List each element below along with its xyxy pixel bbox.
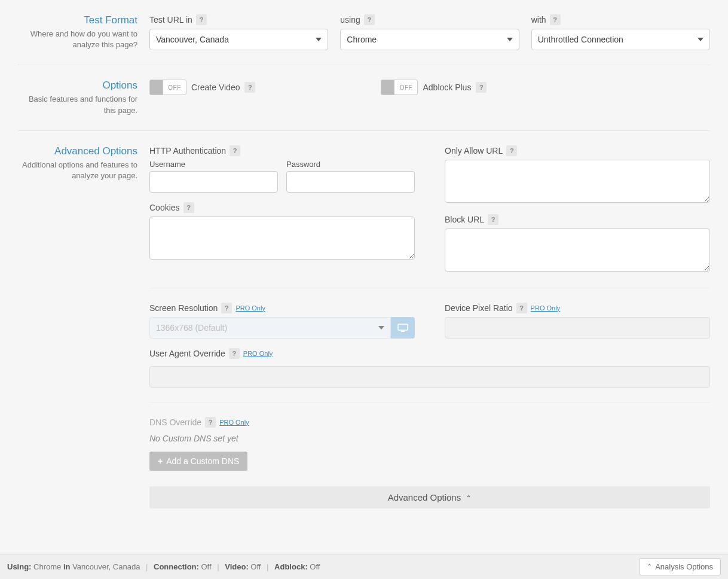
footer-connection-value: Off xyxy=(201,562,211,571)
section-options: Options Basic features and functions for… xyxy=(18,65,710,130)
test-url-in-label-text: Test URL in xyxy=(149,15,192,25)
separator: | xyxy=(146,562,148,571)
device-pixel-ratio-label: Device Pixel Ratio ? PRO Only xyxy=(445,303,710,313)
help-icon[interactable]: ? xyxy=(221,303,232,313)
section-label-options: Options Basic features and functions for… xyxy=(18,80,149,115)
plus-icon: + xyxy=(158,456,163,466)
help-icon[interactable]: ? xyxy=(476,82,487,93)
with-label-text: with xyxy=(531,15,546,25)
device-pixel-ratio-label-text: Device Pixel Ratio xyxy=(445,303,513,313)
analysis-options-button[interactable]: ⌃ Analysis Options xyxy=(639,558,721,575)
cookies-label: Cookies ? xyxy=(149,202,415,213)
pro-only-link[interactable]: PRO Only xyxy=(235,304,265,312)
separator: | xyxy=(217,562,219,571)
create-video-toggle[interactable]: OFF xyxy=(149,80,186,95)
create-video-state: OFF xyxy=(163,84,186,91)
options-description: Basic features and functions for this pa… xyxy=(18,94,137,115)
toggle-knob xyxy=(381,80,394,95)
section-label-test-format: Test Format Where and how do you want to… xyxy=(18,14,149,50)
toggle-knob xyxy=(150,80,163,95)
footer-location: Vancouver, Canada xyxy=(72,562,140,571)
password-input[interactable] xyxy=(286,171,415,193)
only-allow-url-label-text: Only Allow URL xyxy=(445,146,503,156)
divider xyxy=(149,288,710,288)
device-pixel-ratio-input xyxy=(445,317,710,339)
advanced-options-collapse[interactable]: Advanced Options ⌃ xyxy=(149,486,710,508)
help-icon[interactable]: ? xyxy=(229,348,240,359)
help-icon[interactable]: ? xyxy=(516,303,527,313)
advanced-description: Additional options and features to analy… xyxy=(18,160,137,181)
test-format-description: Where and how do you want to analyze thi… xyxy=(18,29,137,50)
using-label: using ? xyxy=(340,14,519,25)
block-url-label: Block URL ? xyxy=(445,214,710,225)
section-label-advanced: Advanced Options Additional options and … xyxy=(18,145,149,508)
help-icon[interactable]: ? xyxy=(506,145,517,156)
options-title: Options xyxy=(18,80,137,92)
http-auth-label-text: HTTP Authentication xyxy=(149,146,226,156)
pro-only-link[interactable]: PRO Only xyxy=(243,350,273,357)
footer-in-label: in xyxy=(63,562,71,571)
test-format-title: Test Format xyxy=(18,14,137,26)
pro-only-link[interactable]: PRO Only xyxy=(531,304,561,312)
dns-override-label: DNS Override ? PRO Only xyxy=(149,417,710,428)
create-video-label: Create Video xyxy=(191,83,240,92)
dns-override-label-text: DNS Override xyxy=(149,418,201,427)
footer-browser: Chrome xyxy=(33,562,61,571)
screen-resolution-select: 1366x768 (Default) xyxy=(149,317,391,339)
section-advanced-options: Advanced Options Additional options and … xyxy=(18,131,710,514)
user-agent-label: User Agent Override ? PRO Only xyxy=(149,348,415,359)
http-auth-label: HTTP Authentication ? xyxy=(149,145,415,156)
add-custom-dns-label: Add a Custom DNS xyxy=(166,456,239,466)
add-custom-dns-button: + Add a Custom DNS xyxy=(149,452,247,471)
help-icon[interactable]: ? xyxy=(183,202,194,213)
create-video-option: OFF Create Video ? xyxy=(149,80,255,95)
pro-only-link[interactable]: PRO Only xyxy=(219,419,249,426)
only-allow-url-label: Only Allow URL ? xyxy=(445,145,710,156)
advanced-title: Advanced Options xyxy=(18,145,137,157)
username-label: Username xyxy=(149,160,278,169)
browser-select[interactable]: Chrome xyxy=(340,29,519,50)
collapse-label: Advanced Options xyxy=(388,492,461,502)
adblock-state: OFF xyxy=(394,84,417,91)
footer-summary: Using: Chrome in Vancouver, Canada | Con… xyxy=(7,562,320,571)
help-icon[interactable]: ? xyxy=(364,14,375,25)
monitor-icon xyxy=(391,317,415,339)
svg-rect-1 xyxy=(401,331,405,332)
chevron-up-icon: ⌃ xyxy=(466,494,472,502)
connection-select[interactable]: Unthrottled Connection xyxy=(531,29,710,50)
help-icon[interactable]: ? xyxy=(196,14,207,25)
help-icon[interactable]: ? xyxy=(230,145,240,156)
using-label-text: using xyxy=(340,15,360,25)
help-icon[interactable]: ? xyxy=(488,214,498,225)
divider xyxy=(149,402,710,403)
username-input[interactable] xyxy=(149,171,278,193)
only-allow-url-textarea[interactable] xyxy=(445,160,710,203)
user-agent-label-text: User Agent Override xyxy=(149,349,225,358)
footer-video-label: Video: xyxy=(225,562,249,571)
screen-resolution-label-text: Screen Resolution xyxy=(149,303,218,313)
block-url-label-text: Block URL xyxy=(445,215,484,224)
screen-resolution-label: Screen Resolution ? PRO Only xyxy=(149,303,415,313)
chevron-up-icon: ⌃ xyxy=(647,563,652,571)
adblock-toggle[interactable]: OFF xyxy=(381,80,418,95)
footer-adblock-label: Adblock: xyxy=(274,562,308,571)
block-url-textarea[interactable] xyxy=(445,228,710,272)
footer-connection-label: Connection: xyxy=(154,562,199,571)
help-icon[interactable]: ? xyxy=(205,417,216,428)
adblock-option: OFF Adblock Plus ? xyxy=(381,80,487,95)
analysis-options-label: Analysis Options xyxy=(655,562,713,571)
adblock-label: Adblock Plus xyxy=(423,83,471,92)
svg-rect-0 xyxy=(398,324,408,330)
password-label: Password xyxy=(286,160,415,169)
footer-using-label: Using: xyxy=(7,562,31,571)
cookies-textarea[interactable] xyxy=(149,217,415,260)
separator: | xyxy=(267,562,268,571)
dns-empty-message: No Custom DNS set yet xyxy=(149,434,710,443)
footer-video-value: Off xyxy=(250,562,261,571)
cookies-label-text: Cookies xyxy=(149,203,180,212)
with-label: with ? xyxy=(531,14,710,25)
location-select[interactable]: Vancouver, Canada xyxy=(149,29,328,50)
help-icon[interactable]: ? xyxy=(550,14,561,25)
help-icon[interactable]: ? xyxy=(244,82,255,93)
user-agent-input xyxy=(149,366,710,388)
